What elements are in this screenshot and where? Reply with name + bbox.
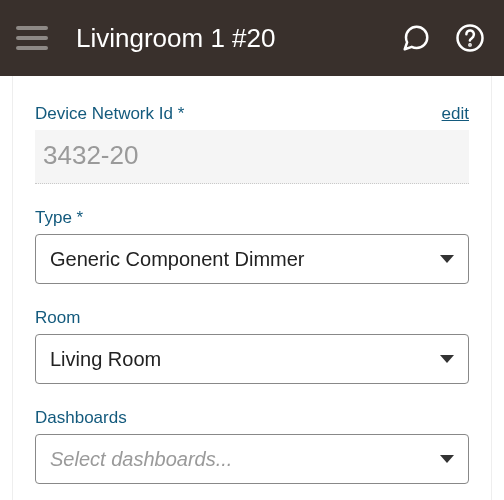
app-header: Livingroom 1 #20 <box>0 0 504 76</box>
type-label: Type * <box>35 208 83 228</box>
device-network-id-label: Device Network Id * <box>35 104 184 124</box>
room-label: Room <box>35 308 80 328</box>
svg-point-1 <box>469 44 470 45</box>
room-value: Living Room <box>50 348 440 371</box>
form-panel: Device Network Id * edit 3432-20 Type * … <box>12 76 492 500</box>
device-network-id-field: Device Network Id * edit 3432-20 <box>35 104 469 184</box>
chat-icon[interactable] <box>398 20 434 56</box>
dashboards-field: Dashboards Select dashboards... <box>35 408 469 484</box>
help-icon[interactable] <box>452 20 488 56</box>
header-actions <box>398 20 488 56</box>
room-select[interactable]: Living Room <box>35 334 469 384</box>
dashboards-label: Dashboards <box>35 408 127 428</box>
edit-link[interactable]: edit <box>442 104 469 124</box>
dashboards-select[interactable]: Select dashboards... <box>35 434 469 484</box>
type-field: Type * Generic Component Dimmer <box>35 208 469 284</box>
type-select[interactable]: Generic Component Dimmer <box>35 234 469 284</box>
room-field: Room Living Room <box>35 308 469 384</box>
type-value: Generic Component Dimmer <box>50 248 440 271</box>
chevron-down-icon <box>440 255 454 263</box>
dashboards-placeholder: Select dashboards... <box>50 448 440 471</box>
chevron-down-icon <box>440 455 454 463</box>
chevron-down-icon <box>440 355 454 363</box>
device-network-id-value: 3432-20 <box>35 130 469 184</box>
menu-icon[interactable] <box>16 20 52 56</box>
page-title: Livingroom 1 #20 <box>76 23 398 54</box>
